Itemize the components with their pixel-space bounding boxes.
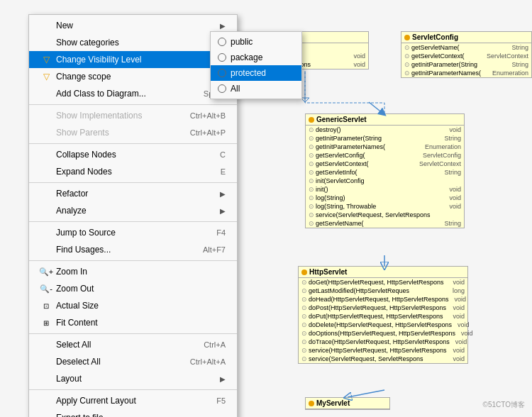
menu-item-change-visibility[interactable]: ▽Change Visibility Level▶ bbox=[29, 51, 237, 68]
menu-item-right-select-all: Ctrl+A bbox=[189, 340, 226, 349]
uml-method-row: ⊙getInitParameter(StringString bbox=[306, 134, 464, 143]
vis-item-package[interactable]: package bbox=[211, 50, 301, 65]
menu-label-find-usages: Find Usages... bbox=[56, 245, 111, 255]
menu-label-zoom-in: Zoom In bbox=[56, 267, 87, 277]
menu-item-actual-size[interactable]: ⊡Actual Size bbox=[29, 297, 237, 314]
uml-method-row: ⊙doOptions(HttpServletRequest, HttpServl… bbox=[299, 329, 467, 338]
menu-icon-export-file bbox=[40, 412, 52, 417]
menu-item-zoom-out[interactable]: 🔍-Zoom Out bbox=[29, 280, 237, 297]
menu-item-right-deselect-all: Ctrl+Alt+A bbox=[176, 357, 226, 366]
uml-class-genericservlet[interactable]: GenericServlet⊙destroy()void⊙getInitPara… bbox=[305, 113, 465, 228]
menu-item-change-scope[interactable]: ▽Change scope▶ bbox=[29, 68, 237, 85]
menu-item-right-jump-to-source: F4 bbox=[202, 228, 226, 237]
menu-item-left-collapse-nodes: Collapse Nodes bbox=[40, 149, 116, 160]
uml-title-myservlet: MyServlet bbox=[306, 398, 389, 409]
class-icon bbox=[404, 35, 410, 40]
method-icon: ⊙ bbox=[301, 287, 307, 294]
method-icon: ⊙ bbox=[309, 135, 314, 142]
menu-item-zoom-in[interactable]: 🔍+Zoom In bbox=[29, 263, 237, 280]
context-menu[interactable]: New▶Show categories▶▽Change Visibility L… bbox=[28, 14, 238, 417]
menu-item-right-refactor: ▶ bbox=[220, 190, 226, 198]
menu-item-analyze[interactable]: Analyze▶ bbox=[29, 202, 237, 219]
uml-method-row: ⊙getServletContext(ServletContext bbox=[306, 160, 464, 168]
menu-arrow-analyze: ▶ bbox=[220, 207, 226, 215]
menu-icon-jump-to-source bbox=[40, 227, 52, 238]
menu-shortcut-jump-to-source: F4 bbox=[216, 228, 226, 237]
menu-icon-deselect-all bbox=[40, 356, 52, 367]
menu-item-left-export-file: Export to file bbox=[40, 412, 104, 417]
menu-shortcut-show-implementations: Ctrl+Alt+B bbox=[190, 111, 226, 120]
menu-item-left-show-implementations: Show Implementations bbox=[40, 110, 142, 121]
menu-item-layout[interactable]: Layout▶ bbox=[29, 370, 237, 387]
method-icon: ⊙ bbox=[309, 143, 314, 150]
method-icon: ⊙ bbox=[301, 355, 307, 362]
menu-item-export-file[interactable]: Export to file bbox=[29, 409, 237, 417]
radio-protected bbox=[218, 69, 226, 77]
method-icon: ⊙ bbox=[309, 177, 314, 184]
menu-item-left-zoom-out: 🔍-Zoom Out bbox=[40, 283, 94, 294]
uml-title-servletconfig: ServletConfig bbox=[401, 32, 531, 43]
uml-method-row: ⊙doPut(HttpServletRequest, HttpServletRe… bbox=[299, 312, 467, 321]
visibility-submenu[interactable]: publicpackageprotectedAll bbox=[210, 31, 302, 99]
menu-shortcut-select-all: Ctrl+A bbox=[204, 340, 226, 349]
vis-item-all[interactable]: All bbox=[211, 81, 301, 96]
menu-separator bbox=[29, 104, 237, 105]
menu-separator bbox=[29, 221, 237, 222]
menu-icon-show-implementations bbox=[40, 110, 52, 121]
menu-item-left-find-usages: Find Usages... bbox=[40, 244, 111, 255]
menu-item-fit-content[interactable]: ⊞Fit Content bbox=[29, 314, 237, 331]
menu-label-show-implementations: Show Implementations bbox=[56, 111, 142, 121]
method-icon: ⊙ bbox=[301, 304, 307, 311]
uml-method-row: ⊙service(ServletRequest, ServletRespons bbox=[306, 211, 464, 219]
method-icon: ⊙ bbox=[309, 211, 314, 218]
menu-item-right-show-parents: Ctrl+Alt+P bbox=[176, 128, 226, 137]
menu-label-zoom-out: Zoom Out bbox=[56, 284, 94, 294]
actual-size-icon: ⊡ bbox=[43, 302, 49, 310]
vis-item-protected[interactable]: protected bbox=[211, 65, 301, 81]
uml-method-row: ⊙doTrace(HttpServletRequest, HttpServlet… bbox=[299, 338, 467, 346]
method-icon: ⊙ bbox=[404, 44, 410, 51]
uml-class-myservlet[interactable]: MyServlet bbox=[305, 397, 390, 410]
uml-method-row: ⊙getInitParameterNames(Enumeration bbox=[306, 143, 464, 151]
uml-method-row: ⊙service(HttpServletRequest, HttpServlet… bbox=[299, 346, 467, 355]
filter-icon: ▽ bbox=[43, 72, 50, 82]
uml-class-servletconfig[interactable]: ServletConfig⊙getServletName(String⊙getS… bbox=[401, 31, 532, 78]
method-icon: ⊙ bbox=[309, 169, 314, 176]
vis-item-public[interactable]: public bbox=[211, 34, 301, 50]
uml-class-httpservlet[interactable]: HttpServlet⊙doGet(HttpServletRequest, Ht… bbox=[298, 266, 468, 364]
radio-all bbox=[218, 84, 226, 93]
menu-item-select-all[interactable]: Select AllCtrl+A bbox=[29, 336, 237, 353]
menu-item-new[interactable]: New▶ bbox=[29, 17, 237, 34]
zoom-out-icon: 🔍- bbox=[40, 284, 52, 294]
uml-method-row: ⊙getServletInfo(String bbox=[306, 168, 464, 177]
class-icon bbox=[301, 269, 307, 275]
menu-item-right-collapse-nodes: C bbox=[206, 150, 226, 159]
menu-label-show-categories: Show categories bbox=[56, 38, 119, 48]
menu-icon-new bbox=[40, 20, 52, 31]
menu-item-left-change-visibility: ▽Change Visibility Level bbox=[40, 54, 142, 65]
method-icon: ⊙ bbox=[309, 126, 314, 133]
menu-item-find-usages[interactable]: Find Usages...Alt+F7 bbox=[29, 241, 237, 258]
method-icon: ⊙ bbox=[404, 70, 410, 77]
uml-method-row: ⊙getInitParameterNames(Enumeration bbox=[401, 69, 531, 77]
menu-label-apply-layout: Apply Current Layout bbox=[56, 396, 136, 406]
method-icon: ⊙ bbox=[301, 321, 307, 328]
menu-item-right-analyze: ▶ bbox=[220, 207, 226, 215]
menu-item-add-class[interactable]: Add Class to Diagram...Space bbox=[29, 85, 237, 102]
menu-label-layout: Layout bbox=[56, 374, 82, 384]
menu-item-expand-nodes[interactable]: Expand NodesE bbox=[29, 163, 237, 180]
menu-item-deselect-all[interactable]: Deselect AllCtrl+Alt+A bbox=[29, 353, 237, 370]
menu-item-jump-to-source[interactable]: Jump to SourceF4 bbox=[29, 224, 237, 241]
menu-item-left-new: New bbox=[40, 20, 73, 31]
zoom-in-icon: 🔍+ bbox=[39, 267, 53, 277]
menu-separator bbox=[29, 389, 237, 390]
menu-item-collapse-nodes[interactable]: Collapse NodesC bbox=[29, 146, 237, 163]
menu-item-refactor[interactable]: Refactor▶ bbox=[29, 185, 237, 202]
menu-separator bbox=[29, 333, 237, 334]
menu-item-show-categories[interactable]: Show categories▶ bbox=[29, 34, 237, 51]
uml-method-row: ⊙getServletConfig(ServletConfig bbox=[306, 151, 464, 160]
uml-method-row: ⊙doGet(HttpServletRequest, HttpServletRe… bbox=[299, 278, 467, 287]
menu-item-left-expand-nodes: Expand Nodes bbox=[40, 166, 112, 177]
menu-label-select-all: Select All bbox=[56, 340, 91, 350]
menu-item-apply-layout[interactable]: Apply Current LayoutF5 bbox=[29, 392, 237, 409]
